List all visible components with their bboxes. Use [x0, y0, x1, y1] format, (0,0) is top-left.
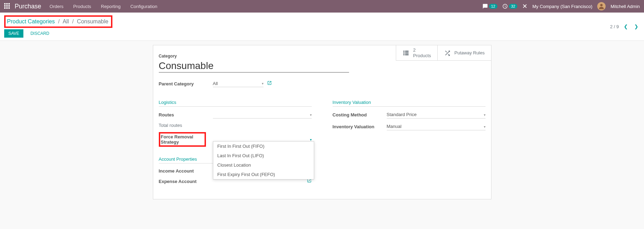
nav-configuration[interactable]: Configuration [130, 4, 157, 9]
breadcrumb-root[interactable]: Product Categories [7, 18, 55, 24]
inventory-valuation-label: Inventory Valuation [333, 124, 387, 129]
messages-badge[interactable]: 12 [482, 3, 497, 9]
chat-icon [482, 3, 488, 9]
chevron-down-icon[interactable]: ▾ [484, 113, 486, 117]
inventory-valuation-title: Inventory Valuation [333, 100, 486, 107]
force-removal-label: Force Removal Strategy [161, 134, 202, 145]
income-account-label: Income Account [159, 168, 213, 174]
svg-rect-3 [404, 54, 405, 55]
svg-rect-1 [404, 51, 405, 52]
close-icon[interactable]: ✕ [522, 2, 527, 10]
pager-prev[interactable]: ❮ [622, 24, 629, 29]
breadcrumb-bar: Product Categories / All / Consumable SA… [0, 13, 644, 41]
list-icon [402, 49, 409, 56]
inventory-valuation-select[interactable] [387, 123, 486, 130]
pager: 2 / 9 ❮ ❯ [610, 24, 640, 29]
costing-method-label: Costing Method [333, 112, 387, 117]
dropdown-option-closest[interactable]: Closest Location [213, 160, 314, 170]
costing-method-select[interactable] [387, 111, 486, 119]
form-sheet: 2 Products Putaway Rules Category Parent… [153, 45, 491, 199]
chevron-down-icon: ▾ [262, 82, 264, 85]
svg-rect-2 [404, 52, 405, 53]
clock-icon [502, 3, 508, 9]
stat-products-count: 2 [413, 47, 431, 53]
activity-badge[interactable]: 32 [502, 3, 517, 9]
force-removal-dropdown: First In First Out (FIFO) Last In First … [213, 141, 314, 180]
breadcrumb-current: Consumable [77, 18, 109, 24]
nav-reporting[interactable]: Reporting [101, 4, 120, 9]
expense-account-label: Expense Account [159, 179, 213, 184]
dropdown-option-fifo[interactable]: First In First Out (FIFO) [213, 142, 314, 151]
breadcrumb: Product Categories / All / Consumable [4, 15, 112, 28]
user-icon [598, 3, 605, 10]
logistics-title: Logistics [159, 100, 312, 107]
parent-category-label: Parent Category [159, 81, 213, 86]
nav-products[interactable]: Products [73, 4, 91, 9]
chevron-down-icon[interactable]: ▾ [484, 125, 486, 129]
svg-rect-5 [405, 52, 409, 53]
category-input[interactable] [159, 60, 349, 72]
breadcrumb-path: All [62, 18, 69, 24]
nav-orders[interactable]: Orders [50, 4, 64, 9]
topbar: Purchase Orders Products Reporting Confi… [0, 0, 644, 13]
routes-input[interactable] [213, 111, 312, 119]
stat-products[interactable]: 2 Products [396, 45, 437, 61]
chevron-down-icon[interactable]: ▾ [310, 138, 312, 142]
company-selector[interactable]: My Company (San Francisco) [532, 4, 592, 9]
apps-icon[interactable] [4, 3, 10, 9]
total-routes-label: Total routes [159, 123, 213, 128]
svg-rect-4 [405, 51, 409, 52]
pager-position: 2 / 9 [610, 24, 619, 29]
save-button[interactable]: SAVE [4, 29, 23, 38]
discard-button[interactable]: DISCARD [26, 29, 53, 38]
dropdown-option-lifo[interactable]: Last In First Out (LIFO) [213, 151, 314, 160]
app-brand[interactable]: Purchase [15, 3, 41, 10]
shuffle-icon [444, 49, 451, 56]
dropdown-option-fefo[interactable]: First Expiry First Out (FEFO) [213, 170, 314, 179]
chevron-down-icon[interactable]: ▾ [310, 113, 312, 117]
avatar[interactable] [597, 2, 606, 10]
stat-putaway-label: Putaway Rules [454, 50, 485, 55]
routes-label: Routes [159, 112, 213, 117]
svg-point-0 [600, 4, 603, 6]
svg-rect-6 [405, 54, 409, 55]
external-link-icon [267, 81, 272, 85]
parent-category-select[interactable]: All ▾ [213, 80, 264, 87]
pager-next[interactable]: ❯ [633, 24, 640, 29]
parent-category-external-link[interactable] [267, 81, 272, 87]
user-menu[interactable]: Mitchell Admin [610, 4, 640, 9]
stat-products-label: Products [413, 53, 431, 59]
stat-putaway[interactable]: Putaway Rules [437, 45, 491, 61]
